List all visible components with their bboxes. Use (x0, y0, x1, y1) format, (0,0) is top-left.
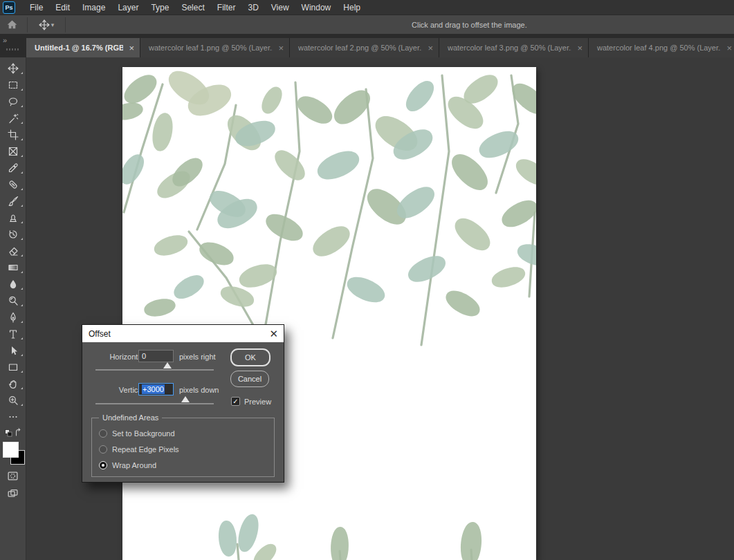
vertical-slider[interactable] (95, 403, 214, 404)
document-tab-3[interactable]: watercolor leaf 3.png @ 50% (Layer...× (439, 38, 589, 57)
gradient-tool[interactable] (0, 259, 26, 276)
undefined-areas-legend: Undefined Areas (99, 413, 162, 422)
radio-label: Set to Background (112, 429, 175, 438)
tab-close-icon[interactable]: × (129, 43, 134, 53)
document-area[interactable] (26, 57, 734, 560)
lasso-tool[interactable] (0, 93, 26, 110)
preview-checkbox[interactable]: ✓ (231, 397, 240, 406)
quick-mask-button[interactable] (0, 468, 26, 483)
lasso-tool-icon (8, 96, 19, 107)
horizontal-suffix: pixels right (179, 353, 216, 361)
radio-option-repeat-edge-pixels[interactable]: Repeat Edge Pixels (99, 445, 179, 454)
canvas[interactable] (122, 67, 536, 560)
edit-toolbar-ellipsis-icon (8, 411, 19, 422)
leaf-branch (217, 512, 280, 560)
spot-healing-brush-tool[interactable] (0, 176, 26, 193)
path-selection-tool[interactable] (0, 342, 26, 359)
tool-bar (0, 57, 26, 560)
radio-option-set-to-background[interactable]: Set to Background (99, 429, 175, 438)
move-tool-preset-button[interactable]: ▾ (31, 16, 62, 34)
radio-label: Repeat Edge Pixels (112, 445, 179, 454)
vertical-input[interactable]: +3000 (138, 383, 174, 395)
menu-edit[interactable]: Edit (49, 0, 76, 15)
ok-button[interactable]: OK (230, 348, 270, 366)
color-swatches (0, 440, 26, 468)
canvas-artwork (122, 67, 536, 560)
swap-colors-icon (16, 429, 19, 436)
home-button[interactable] (0, 16, 24, 34)
document-tab-0[interactable]: Untitled-1 @ 16.7% (RGB/8) *× (26, 38, 140, 57)
tab-close-icon[interactable]: × (428, 43, 433, 53)
blur-tool-icon (8, 279, 19, 290)
separator (65, 17, 66, 32)
menu-type[interactable]: Type (145, 0, 175, 15)
rectangle-tool[interactable] (0, 359, 26, 375)
menu-bar: Ps FileEditImageLayerTypeSelectFilter3DV… (0, 0, 734, 15)
collapse-panel-icon[interactable]: » (3, 36, 6, 44)
horizontal-input[interactable]: 0 (138, 350, 174, 362)
frame-tool[interactable] (0, 143, 26, 160)
rectangular-marquee-tool[interactable] (0, 77, 26, 93)
document-tab-2[interactable]: watercolor leaf 2.png @ 50% (Layer...× (290, 38, 439, 57)
leaf-branch (330, 527, 349, 560)
default-colors-icon (5, 430, 12, 437)
menu-layer[interactable]: Layer (111, 0, 145, 15)
tab-close-icon[interactable]: × (278, 43, 284, 53)
zoom-tool[interactable] (0, 392, 26, 409)
eyedropper-tool-icon (8, 162, 19, 174)
pen-tool-icon (8, 312, 19, 323)
clone-stamp-tool[interactable] (0, 209, 26, 226)
menu-image[interactable]: Image (76, 0, 111, 15)
eyedropper-tool[interactable] (0, 160, 26, 176)
menu-view[interactable]: View (265, 0, 295, 15)
blur-tool[interactable] (0, 276, 26, 292)
vertical-slider-thumb[interactable] (181, 396, 190, 402)
leaf-branch (389, 75, 495, 345)
clone-stamp-tool-icon (8, 212, 19, 223)
brush-tool[interactable] (0, 193, 26, 209)
home-icon (6, 19, 18, 30)
offset-dialog: Offset ✕ Horizontal: 0 pixels right OK V… (82, 324, 284, 483)
menu-select[interactable]: Select (175, 0, 210, 15)
document-tabs: Untitled-1 @ 16.7% (RGB/8) *×watercolor … (26, 35, 734, 57)
document-tab-1[interactable]: watercolor leaf 1.png @ 50% (Layer...× (140, 38, 290, 57)
radio-icon[interactable] (99, 445, 107, 454)
type-tool-icon (8, 328, 19, 339)
menu-filter[interactable]: Filter (211, 0, 242, 15)
dialog-close-icon[interactable]: ✕ (269, 325, 278, 342)
history-brush-tool[interactable] (0, 226, 26, 243)
vertical-suffix: pixels down (179, 386, 219, 394)
screen-mode-button[interactable] (0, 486, 26, 501)
radio-icon[interactable] (99, 429, 107, 438)
menu-file[interactable]: File (24, 0, 49, 15)
pen-tool[interactable] (0, 309, 26, 326)
magic-wand-tool[interactable] (0, 110, 26, 127)
move-tool[interactable] (0, 60, 26, 77)
tab-close-icon[interactable]: × (577, 43, 582, 53)
crop-tool-icon (8, 129, 19, 140)
horizontal-slider[interactable] (95, 369, 214, 371)
horizontal-slider-thumb[interactable] (163, 362, 172, 368)
toolbar-grip[interactable] (6, 48, 20, 50)
crop-tool[interactable] (0, 127, 26, 143)
cancel-button[interactable]: Cancel (230, 371, 269, 387)
options-bar: ▾ Click and drag to offset the image. (0, 15, 734, 35)
eraser-tool[interactable] (0, 243, 26, 259)
type-tool[interactable] (0, 326, 26, 342)
radio-icon[interactable] (99, 461, 107, 469)
dialog-title[interactable]: Offset (82, 325, 284, 342)
document-tab-4[interactable]: watercolor leaf 4.png @ 50% (Layer...× (589, 38, 734, 57)
photoshop-window: Ps FileEditImageLayerTypeSelectFilter3DV… (0, 0, 734, 560)
spot-healing-brush-tool-icon (8, 179, 19, 190)
edit-toolbar-ellipsis[interactable] (0, 409, 26, 425)
menu-window[interactable]: Window (295, 0, 338, 15)
foreground-color-swatch[interactable] (3, 442, 19, 458)
tool-hint-text: Click and drag to offset the image. (412, 15, 527, 35)
tab-title: watercolor leaf 1.png @ 50% (Layer... (149, 44, 273, 52)
menu-help[interactable]: Help (337, 0, 367, 15)
dodge-tool[interactable] (0, 292, 26, 309)
menu-3d[interactable]: 3D (241, 0, 264, 15)
radio-option-wrap-around[interactable]: Wrap Around (99, 460, 156, 470)
hand-tool[interactable] (0, 375, 26, 392)
tab-close-icon[interactable]: × (726, 43, 732, 53)
